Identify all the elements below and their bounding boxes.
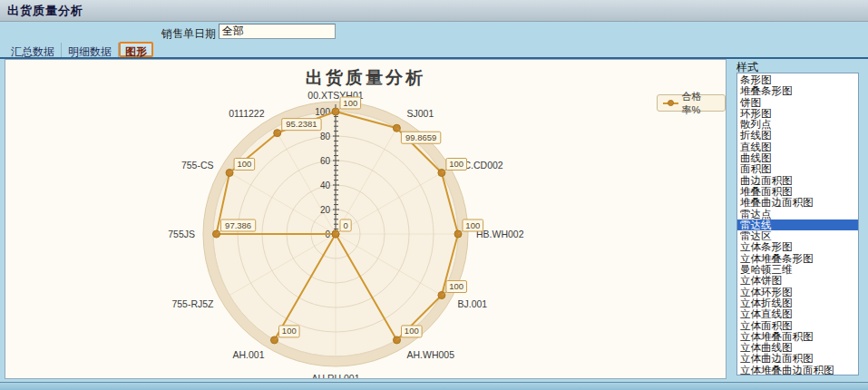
radar-value-label: 100: [449, 159, 463, 169]
style-list-item[interactable]: 散列点: [737, 119, 858, 130]
style-list-item[interactable]: 堆叠条形图: [737, 85, 858, 96]
chart-legend: 合格率%: [657, 94, 726, 112]
radar-value-label: 0: [343, 220, 347, 230]
radar-category-label: 755-RJ5Z: [171, 298, 214, 309]
radar-value-label: 99.8659: [405, 132, 436, 142]
style-list-item[interactable]: 立体条形图: [737, 241, 858, 252]
radar-value-label: 100: [237, 159, 251, 169]
radar-value-label: 100: [282, 326, 297, 336]
sales-date-input[interactable]: [219, 24, 336, 39]
style-list-item[interactable]: 立体饼图: [737, 275, 858, 286]
radar-category-label: 755JS: [168, 229, 195, 239]
style-list-item[interactable]: 面积图: [737, 163, 858, 174]
radar-category-label: AH.RH.001: [311, 373, 359, 378]
radar-category-label: SJ001: [407, 108, 434, 119]
radar-category-label: AH.WH005: [407, 349, 455, 360]
window-title-bar: 出货质量分析: [0, 0, 868, 22]
tab-bar: 汇总数据明细数据图形: [5, 42, 153, 57]
radar-data-point: [226, 170, 233, 177]
radar-value-label: 100: [343, 98, 357, 108]
style-list-item[interactable]: 立体堆叠曲边面积图: [737, 365, 858, 375]
radar-chart: 02040608010000.XTSYH01SJ001SC.CD002HB.WH…: [5, 60, 726, 378]
radar-value-label: 100: [405, 326, 419, 336]
radar-axis-tick-label: 20: [320, 205, 331, 215]
style-list-item[interactable]: 堆叠面积图: [737, 186, 858, 197]
radar-value-label: 97.386: [225, 220, 251, 230]
style-list-item[interactable]: 立体堆叠面积图: [737, 331, 858, 342]
radar-axis-tick-label: 80: [320, 132, 331, 141]
tab-graph[interactable]: 图形: [119, 42, 153, 57]
radar-category-label: 0111222: [229, 108, 264, 119]
style-list-item[interactable]: 堆叠曲边面积图: [737, 197, 858, 208]
style-listbox[interactable]: 条形图堆叠条形图饼图环形图散列点折线图直线图曲线图面积图曲边面积图堆叠面积图堆叠…: [736, 73, 859, 375]
style-list-item[interactable]: 立体堆叠条形图: [737, 253, 858, 264]
sales-date-label: 销售单日期: [0, 26, 216, 42]
radar-value-label: 95.2381: [286, 119, 317, 129]
radar-value-label: 100: [449, 281, 463, 291]
style-list-item[interactable]: 立体折线图: [737, 297, 858, 308]
style-list-item[interactable]: 曲边面积图: [737, 175, 858, 186]
style-list-item[interactable]: 条形图: [737, 74, 858, 85]
tab-summary-data[interactable]: 汇总数据: [5, 43, 62, 57]
radar-category-label: BJ.001: [458, 298, 488, 309]
legend-label: 合格率%: [682, 90, 720, 117]
radar-axis-tick-label: 40: [320, 180, 331, 190]
radar-axis-tick-label: 60: [320, 156, 331, 166]
status-strip: [0, 382, 868, 390]
tab-detail-data[interactable]: 明细数据: [62, 43, 119, 57]
style-list-item[interactable]: 立体曲线图: [737, 342, 858, 353]
radar-category-label: AH.001: [232, 349, 264, 360]
style-list-item[interactable]: 折线图: [737, 130, 858, 141]
window-title: 出货质量分析: [7, 3, 83, 19]
radar-category-label: 755-CS: [181, 160, 214, 171]
style-list-item[interactable]: 立体面积图: [737, 320, 858, 331]
style-list-item[interactable]: 饼图: [737, 97, 858, 108]
chart-panel: 02040608010000.XTSYH01SJ001SC.CD002HB.WH…: [5, 59, 727, 379]
style-list-item[interactable]: 曲线图: [737, 152, 858, 163]
style-sidebar: 样式 条形图堆叠条形图饼图环形图散列点折线图直线图曲线图面积图曲边面积图堆叠面积…: [733, 59, 862, 379]
style-list-item[interactable]: 雷达点: [737, 209, 858, 219]
radar-value-label: 100: [465, 220, 480, 230]
style-list-item[interactable]: 雷达线: [737, 219, 858, 230]
style-list-item[interactable]: 环形图: [737, 108, 858, 119]
style-list-item[interactable]: 雷达区: [737, 230, 858, 241]
legend-line-marker-icon: [663, 100, 678, 106]
style-list-item[interactable]: 直线图: [737, 141, 858, 152]
style-list-item[interactable]: 立体环形图: [737, 287, 858, 297]
style-list-item[interactable]: 立体曲边面积图: [737, 353, 858, 364]
style-list-item[interactable]: 立体直线图: [737, 308, 858, 319]
style-list-item[interactable]: 曼哈顿三维: [737, 264, 858, 275]
chart-title: 出货质量分析: [5, 66, 726, 90]
